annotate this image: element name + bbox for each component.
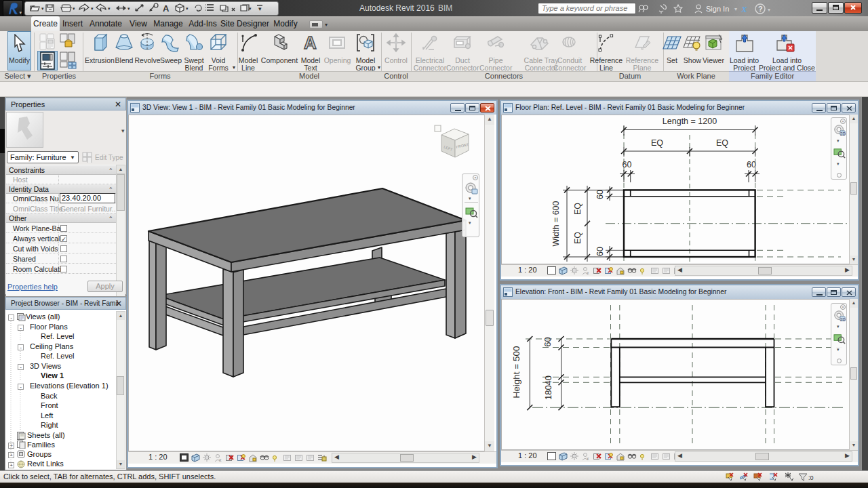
svg-text:60: 60 bbox=[595, 190, 605, 199]
svg-text:Length = 1200: Length = 1200 bbox=[663, 117, 717, 126]
svg-text:2D: 2D bbox=[840, 317, 846, 322]
svg-text:▾: ▾ bbox=[249, 6, 252, 11]
svg-text:EQ: EQ bbox=[573, 232, 583, 244]
svg-text:▾: ▾ bbox=[127, 6, 130, 11]
svg-text:▾: ▾ bbox=[768, 7, 770, 13]
svg-text:Height = 500: Height = 500 bbox=[511, 346, 521, 399]
svg-text:▾: ▾ bbox=[108, 6, 111, 11]
svg-text:A: A bbox=[163, 3, 170, 14]
svg-text:▾: ▾ bbox=[186, 6, 189, 11]
svg-text:EQ: EQ bbox=[716, 138, 728, 148]
svg-text:60: 60 bbox=[542, 337, 553, 346]
svg-text:Width = 600: Width = 600 bbox=[551, 201, 561, 246]
svg-text:▾: ▾ bbox=[91, 6, 94, 11]
svg-text:x: x bbox=[219, 458, 222, 462]
svg-text:x: x bbox=[587, 270, 589, 275]
svg-text:▾: ▾ bbox=[73, 6, 75, 11]
svg-text:EQ: EQ bbox=[573, 203, 583, 215]
svg-text:EQ: EQ bbox=[651, 138, 663, 148]
svg-text:A: A bbox=[304, 33, 317, 53]
svg-text:?: ? bbox=[758, 5, 763, 13]
svg-text:60: 60 bbox=[623, 160, 632, 169]
svg-text::0: :0 bbox=[808, 474, 814, 481]
svg-text:60: 60 bbox=[747, 160, 756, 169]
svg-text:x: x bbox=[587, 456, 589, 461]
svg-text:X: X bbox=[741, 4, 747, 14]
svg-text:Sign In: Sign In bbox=[706, 5, 729, 13]
svg-text:60: 60 bbox=[595, 247, 605, 256]
svg-text:18040: 18040 bbox=[543, 375, 553, 400]
svg-text:▾: ▾ bbox=[734, 6, 737, 12]
svg-text:2D: 2D bbox=[840, 131, 846, 136]
svg-text:▾: ▾ bbox=[41, 6, 44, 11]
svg-text:▾: ▾ bbox=[258, 5, 262, 12]
